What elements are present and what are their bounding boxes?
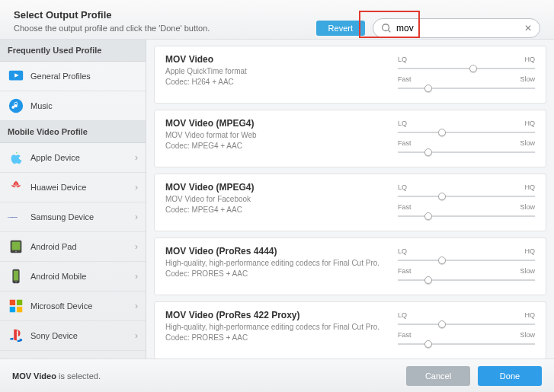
sidebar-item-label: Huawei Device: [30, 183, 86, 192]
profile-card[interactable]: MOV Video (ProRes 4444)High-quality, hig…: [154, 237, 546, 295]
profile-title: MOV Video (ProRes 422 Proxy): [165, 310, 387, 320]
sidebar-item[interactable]: Apple Device›: [0, 143, 146, 173]
svg-point-11: [15, 281, 17, 282]
selection-status: MOV Video is selected.: [12, 371, 399, 381]
sidebar-item-label: Microsoft Device: [30, 301, 92, 311]
sidebar-item[interactable]: Huawei Device›: [0, 173, 146, 202]
music-icon: [8, 97, 24, 114]
label-lq: LQ: [398, 183, 407, 191]
profile-title: MOV Video (MPEG4): [165, 118, 387, 129]
label-hq: HQ: [525, 56, 536, 63]
sidebar-section-mobile: Mobile Video Profile: [0, 121, 146, 143]
profile-card[interactable]: MOV Video (MPEG4)MOV Video format for We…: [154, 110, 546, 167]
label-hq: HQ: [525, 311, 536, 319]
revert-button[interactable]: Revert: [316, 21, 365, 36]
svg-point-0: [383, 24, 389, 31]
sidebar-item[interactable]: General Profiles: [0, 62, 146, 91]
svg-rect-12: [10, 300, 15, 305]
svg-point-8: [15, 251, 17, 253]
sidebar-item[interactable]: Sony Device›: [0, 321, 146, 351]
chevron-right-icon: ›: [135, 212, 138, 222]
samsung-icon: SAMSUNG: [8, 209, 24, 225]
label-lq: LQ: [398, 120, 407, 127]
androidmob-icon: [8, 268, 24, 285]
sidebar-item-label: Sony Device: [30, 331, 78, 340]
label-fast: Fast: [398, 203, 411, 211]
search-input[interactable]: [396, 23, 520, 33]
cancel-button[interactable]: Cancel: [406, 366, 470, 386]
androidpad-icon: [8, 238, 24, 255]
sidebar-item-label: Samsung Device: [30, 212, 94, 221]
sidebar-item[interactable]: Music: [0, 91, 146, 121]
profile-card[interactable]: MOV Video (ProRes 422 Proxy)High-quality…: [154, 301, 546, 359]
profile-codec: Codec: MPEG4 + AAC: [165, 206, 387, 214]
sidebar-item[interactable]: Microsoft Device›: [0, 292, 146, 321]
label-slow: Slow: [520, 203, 535, 211]
profile-title: MOV Video (ProRes 4444): [165, 246, 387, 257]
quality-slider[interactable]: [398, 65, 535, 72]
profile-title: MOV Video (MPEG4): [165, 182, 387, 193]
label-slow: Slow: [520, 331, 535, 339]
label-hq: HQ: [525, 183, 536, 191]
sidebar-section-frequent: Frequently Used Profile: [0, 40, 146, 62]
svg-rect-13: [17, 300, 22, 305]
play-icon: [8, 68, 24, 84]
dialog-footer: MOV Video is selected. Cancel Done: [0, 359, 554, 392]
sidebar-item[interactable]: Android Mobile›: [0, 262, 146, 292]
search-icon: [381, 23, 392, 33]
quality-slider[interactable]: [398, 320, 535, 328]
label-lq: LQ: [398, 311, 407, 319]
profile-subtitle: Apple QuickTime format: [165, 67, 387, 75]
label-lq: LQ: [398, 56, 407, 63]
profile-codec: Codec: MPEG4 + AAC: [165, 142, 387, 150]
chevron-right-icon: ›: [135, 330, 138, 341]
ms-icon: [8, 298, 24, 314]
speed-slider[interactable]: [398, 340, 535, 348]
sidebar-item[interactable]: Android Pad›: [0, 232, 146, 262]
speed-slider[interactable]: [398, 276, 535, 284]
speed-slider[interactable]: [398, 84, 535, 92]
label-fast: Fast: [398, 331, 411, 339]
sidebar-item-label: General Profiles: [30, 72, 91, 81]
profile-codec: Codec: H264 + AAC: [165, 78, 387, 86]
sidebar-item[interactable]: SAMSUNGSamsung Device›: [0, 202, 146, 232]
svg-rect-7: [12, 242, 21, 250]
speed-slider[interactable]: [398, 148, 535, 156]
profile-subtitle: MOV Video format for Web: [165, 131, 387, 139]
profile-title: MOV Video: [165, 54, 387, 65]
svg-rect-14: [10, 307, 15, 312]
chevron-right-icon: ›: [135, 152, 138, 163]
huawei-icon: [8, 179, 24, 196]
done-button[interactable]: Done: [478, 366, 542, 386]
label-fast: Fast: [398, 75, 411, 83]
quality-slider[interactable]: [398, 129, 535, 136]
svg-line-1: [389, 30, 391, 33]
label-fast: Fast: [398, 267, 411, 275]
sidebar-item-label: Apple Device: [30, 153, 80, 162]
sidebar-item-label: Android Pad: [30, 242, 77, 251]
chevron-right-icon: ›: [135, 182, 138, 193]
quality-slider[interactable]: [398, 257, 535, 264]
svg-text:SAMSUNG: SAMSUNG: [8, 216, 18, 218]
profile-subtitle: High-quality, high-performance editing c…: [165, 323, 387, 331]
label-lq: LQ: [398, 247, 407, 255]
label-hq: HQ: [525, 247, 536, 255]
apple-icon: [8, 149, 24, 166]
profile-subtitle: High-quality, high-performance editing c…: [165, 259, 387, 267]
label-slow: Slow: [520, 139, 535, 147]
speed-slider[interactable]: [398, 212, 535, 220]
chevron-right-icon: ›: [135, 271, 138, 282]
chevron-right-icon: ›: [135, 241, 138, 252]
profile-card[interactable]: MOV Video (MPEG4)MOV Video for FacebookC…: [154, 174, 546, 231]
svg-rect-15: [17, 307, 22, 312]
profile-card[interactable]: MOV VideoApple QuickTime formatCodec: H2…: [154, 46, 546, 104]
sidebar: Frequently Used Profile General Profiles…: [0, 40, 146, 359]
profile-subtitle: MOV Video for Facebook: [165, 195, 387, 203]
sidebar-item-label: Music: [30, 101, 53, 110]
quality-slider[interactable]: [398, 193, 535, 200]
dialog-header: Select Output Profile Choose the output …: [0, 0, 554, 40]
profile-codec: Codec: PRORES + AAC: [165, 333, 387, 342]
search-field[interactable]: ✕: [373, 18, 540, 38]
clear-search-icon[interactable]: ✕: [524, 23, 532, 33]
label-slow: Slow: [520, 75, 535, 83]
